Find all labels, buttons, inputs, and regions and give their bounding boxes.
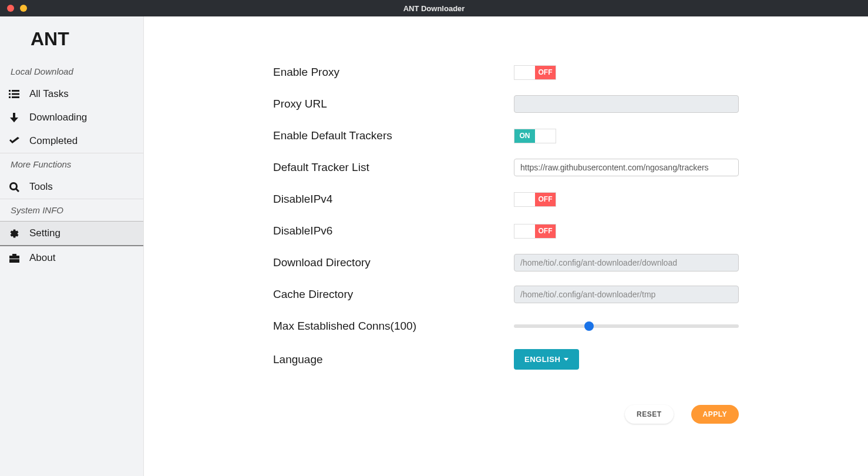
sidebar-item-label: Setting bbox=[29, 227, 60, 239]
sidebar-section-more-functions: More Functions bbox=[0, 153, 143, 175]
caret-down-icon bbox=[564, 358, 568, 361]
dropdown-language-value: ENGLISH bbox=[524, 355, 560, 364]
toggle-on-label bbox=[514, 193, 535, 206]
sidebar-item-label: Tools bbox=[29, 181, 53, 193]
label-language: Language bbox=[273, 353, 514, 366]
svg-rect-1 bbox=[12, 90, 19, 92]
sidebar-item-tools[interactable]: Tools bbox=[0, 175, 143, 199]
toggle-enable-proxy[interactable]: OFF bbox=[514, 65, 556, 80]
slider-max-conns[interactable] bbox=[514, 321, 739, 331]
toggle-disable-ipv6[interactable]: OFF bbox=[514, 224, 556, 239]
search-icon bbox=[8, 182, 20, 192]
window-buttons bbox=[0, 5, 27, 12]
svg-rect-0 bbox=[9, 90, 11, 92]
input-cache-directory[interactable] bbox=[514, 286, 739, 303]
input-proxy-url[interactable] bbox=[514, 95, 739, 113]
sidebar-item-label: Downloading bbox=[29, 112, 87, 123]
toggle-on-label bbox=[514, 224, 535, 238]
apply-button[interactable]: APPLY bbox=[691, 405, 739, 424]
sidebar-item-setting[interactable]: Setting bbox=[0, 221, 143, 246]
list-icon bbox=[8, 90, 20, 98]
settings-panel: Enable Proxy OFF Proxy URL Enable Defaul… bbox=[144, 16, 868, 476]
app-logo: ANT bbox=[0, 16, 143, 61]
sidebar-item-label: All Tasks bbox=[29, 88, 69, 100]
label-max-conns: Max Established Conns(100) bbox=[273, 320, 514, 333]
sidebar-section-local-download: Local Download bbox=[0, 61, 143, 82]
slider-track bbox=[514, 324, 739, 328]
toggle-enable-default-trackers[interactable]: ON bbox=[514, 129, 556, 143]
toggle-off-label bbox=[535, 129, 556, 143]
sidebar-item-label: About bbox=[29, 252, 55, 264]
label-proxy-url: Proxy URL bbox=[273, 98, 514, 110]
label-default-tracker-list: Default Tracker List bbox=[273, 161, 514, 174]
dropdown-language[interactable]: ENGLISH bbox=[514, 349, 579, 370]
input-default-tracker-list[interactable] bbox=[514, 159, 739, 176]
sidebar-section-system-info: System INFO bbox=[0, 199, 143, 221]
sidebar-item-downloading[interactable]: Downloading bbox=[0, 106, 143, 129]
svg-point-7 bbox=[10, 183, 16, 189]
minimize-window-button[interactable] bbox=[20, 5, 27, 12]
label-disable-ipv4: DisableIPv4 bbox=[273, 193, 514, 206]
svg-rect-4 bbox=[9, 96, 11, 98]
label-cache-directory: Cache Directory bbox=[273, 288, 514, 301]
toggle-off-label: OFF bbox=[535, 66, 556, 79]
sidebar-item-completed[interactable]: Completed bbox=[0, 129, 143, 153]
sidebar-item-label: Completed bbox=[29, 135, 78, 147]
gear-icon bbox=[8, 229, 20, 239]
svg-rect-11 bbox=[9, 259, 19, 263]
window-title: ANT Downloader bbox=[403, 4, 465, 13]
sidebar: ANT Local Download All Tasks Downloading… bbox=[0, 16, 144, 476]
titlebar: ANT Downloader bbox=[0, 0, 868, 16]
sidebar-item-about[interactable]: About bbox=[0, 246, 143, 270]
toggle-on-label: ON bbox=[514, 129, 535, 143]
svg-rect-10 bbox=[9, 256, 19, 259]
download-arrow-icon bbox=[8, 113, 20, 122]
svg-rect-3 bbox=[12, 93, 19, 95]
toggle-off-label: OFF bbox=[535, 193, 556, 206]
svg-rect-6 bbox=[13, 113, 15, 118]
label-enable-proxy: Enable Proxy bbox=[273, 66, 514, 79]
slider-thumb[interactable] bbox=[584, 321, 594, 331]
sidebar-item-all-tasks[interactable]: All Tasks bbox=[0, 82, 143, 106]
briefcase-icon bbox=[8, 254, 20, 263]
toggle-off-label: OFF bbox=[535, 224, 556, 238]
svg-rect-5 bbox=[12, 96, 19, 98]
reset-button[interactable]: RESET bbox=[625, 405, 674, 424]
label-disable-ipv6: DisableIPv6 bbox=[273, 224, 514, 237]
label-enable-default-trackers: Enable Default Trackers bbox=[273, 129, 514, 142]
label-download-directory: Download Directory bbox=[273, 256, 514, 269]
toggle-on-label bbox=[514, 66, 535, 79]
check-icon bbox=[8, 137, 20, 145]
close-window-button[interactable] bbox=[7, 5, 14, 12]
input-download-directory[interactable] bbox=[514, 254, 739, 271]
svg-line-8 bbox=[16, 189, 19, 192]
svg-rect-9 bbox=[12, 254, 16, 256]
toggle-disable-ipv4[interactable]: OFF bbox=[514, 192, 556, 207]
svg-rect-2 bbox=[9, 93, 11, 95]
